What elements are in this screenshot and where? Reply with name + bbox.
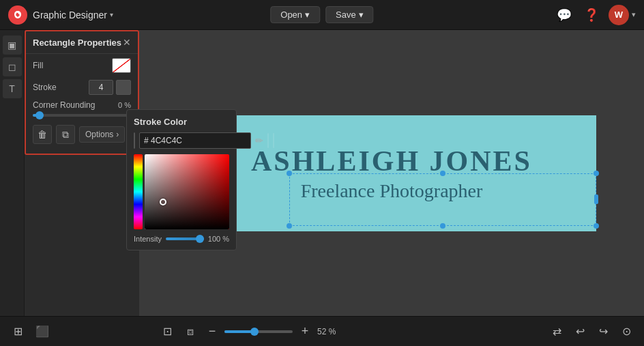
panel-header: Rectangle Properties ✕ (26, 31, 138, 54)
fill-row: Fill (26, 54, 138, 77)
stroke-color-swatch[interactable] (116, 80, 131, 95)
corner-rounding-label: Corner Rounding (33, 100, 95, 110)
fit-screen-icon[interactable]: ⊡ (158, 322, 177, 341)
handle-rm[interactable] (594, 194, 598, 204)
canvas-name: ASHLEIGH JONES (251, 145, 532, 177)
stroke-label: Stroke (33, 83, 57, 92)
zoom-in-button[interactable]: + (297, 323, 313, 340)
hex-value-input[interactable] (139, 132, 251, 149)
app-title-chevron: ▾ (110, 11, 113, 18)
gradient-main[interactable] (145, 154, 229, 229)
history-icon[interactable]: ⊙ (617, 322, 636, 341)
stroke-value-input[interactable] (89, 80, 113, 95)
swap-icon[interactable]: ⇄ (547, 322, 566, 341)
undo-icon[interactable]: ↩ (570, 322, 589, 341)
stroke-color-popup: Stroke Color ✏ Intensity 100 % (126, 109, 237, 250)
panel-close-button[interactable]: ✕ (123, 37, 131, 48)
handle-tl[interactable] (287, 171, 292, 176)
edit-hex-icon[interactable]: ✏ (255, 135, 263, 146)
save-button[interactable]: Save ▾ (325, 6, 374, 23)
zoom-thumb[interactable] (250, 328, 259, 336)
fill-color-swatch[interactable] (112, 58, 131, 73)
handle-br[interactable] (594, 223, 599, 229)
left-toolbar: ▣ ◻ T (0, 30, 25, 316)
zoom-pct: 52 % (317, 327, 341, 336)
pages-icon[interactable]: ⬛ (33, 322, 52, 341)
zoom-controls: ⊡ ⧈ − + 52 % (158, 322, 341, 341)
avatar: W (609, 5, 629, 25)
intensity-pct: 100 % (208, 235, 229, 243)
avatar-chevron: ▾ (632, 10, 636, 19)
panel-actions: 🗑 ⧉ Options › (26, 121, 138, 148)
bottom-right-actions: ⇄ ↩ ↪ ⊙ (547, 322, 636, 341)
slider-thumb[interactable] (35, 111, 44, 119)
top-bar: Graphic Designer ▾ Open ▾ Save ▾ 💬 ❓ W ▾ (0, 0, 644, 30)
hex-color-preview (134, 132, 135, 149)
redo-icon[interactable]: ↪ (594, 322, 613, 341)
zoom-fill (224, 330, 252, 333)
bottom-bar: ⊞ ⬛ ⊡ ⧈ − + 52 % ⇄ ↩ ↪ ⊙ (0, 316, 644, 346)
options-button[interactable]: Options › (79, 126, 125, 143)
hex-row: ✏ (134, 132, 229, 149)
fill-label: Fill (33, 61, 43, 70)
app-title[interactable]: Graphic Designer ▾ (33, 10, 113, 20)
delete-button[interactable]: 🗑 (33, 125, 52, 144)
intensity-label: Intensity (134, 235, 162, 243)
logo (8, 5, 27, 25)
selection-border (289, 173, 596, 226)
top-right-actions: 💬 ❓ W ▾ (554, 5, 636, 25)
help-icon-button[interactable]: ❓ (581, 5, 602, 25)
handle-bl[interactable] (287, 223, 292, 229)
no-color-strip[interactable] (267, 133, 269, 148)
layers-icon[interactable]: ⊞ (8, 322, 27, 341)
corner-rounding-pct: 0 % (118, 101, 131, 109)
user-menu[interactable]: W ▾ (609, 5, 636, 25)
corner-rounding-slider-container (26, 113, 138, 121)
handle-tr[interactable] (594, 171, 599, 176)
intensity-thumb[interactable] (196, 235, 204, 243)
chat-icon-button[interactable]: 💬 (554, 5, 574, 25)
zoom-out-button[interactable]: − (204, 323, 220, 340)
selection-overlay (289, 173, 596, 226)
intensity-row: Intensity 100 % (134, 235, 229, 243)
stroke-row: Stroke (26, 77, 138, 98)
intensity-slider[interactable] (166, 237, 204, 240)
properties-panel: Rectangle Properties ✕ Fill Stroke Corne… (25, 30, 139, 155)
text-tool[interactable]: T (3, 79, 22, 98)
zoom-slider[interactable] (224, 330, 293, 333)
crop-icon[interactable]: ⧈ (181, 322, 200, 341)
panel-title: Rectangle Properties (33, 38, 121, 48)
color-picker-area[interactable] (134, 154, 229, 229)
popup-title: Stroke Color (134, 117, 229, 127)
open-button[interactable]: Open ▾ (270, 6, 320, 23)
handle-tm[interactable] (440, 171, 445, 176)
shape-tool[interactable]: ◻ (3, 57, 22, 76)
top-center-actions: Open ▾ Save ▾ (270, 6, 373, 23)
corner-rounding-section: Corner Rounding 0 % (26, 98, 138, 121)
color-cursor[interactable] (160, 199, 166, 205)
hue-strip[interactable] (134, 154, 143, 229)
fill-swatch-diagonal (113, 59, 130, 72)
corner-rounding-slider[interactable] (33, 114, 131, 117)
duplicate-button[interactable]: ⧉ (56, 125, 75, 144)
handle-bm[interactable] (440, 223, 445, 229)
select-tool[interactable]: ▣ (3, 35, 22, 55)
app-title-text: Graphic Designer (33, 10, 107, 20)
corner-rounding-row: Corner Rounding 0 % (26, 98, 138, 113)
gradient-strip[interactable] (273, 133, 274, 148)
